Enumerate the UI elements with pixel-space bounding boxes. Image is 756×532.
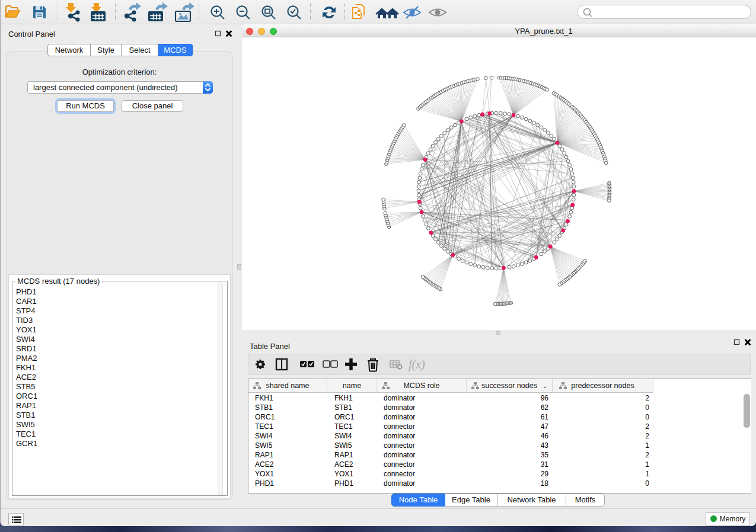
svg-text:f(x): f(x) [409,358,425,371]
